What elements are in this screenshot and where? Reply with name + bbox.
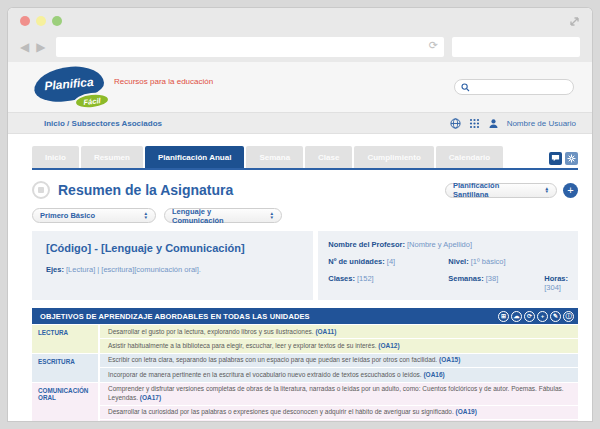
objective-text: Comprender y disfrutar versiones complet… bbox=[108, 385, 564, 400]
units-value: [4] bbox=[387, 257, 395, 266]
apps-grid-icon[interactable] bbox=[469, 118, 480, 129]
grade-select[interactable]: Primero Básico ▲▼ bbox=[32, 208, 156, 223]
objective-row: Escribir con letra clara, separando las … bbox=[100, 354, 578, 367]
comments-button[interactable] bbox=[549, 152, 562, 165]
level-value: [1º básico] bbox=[471, 257, 506, 266]
site-search-input[interactable] bbox=[454, 79, 574, 95]
logo-tagline: Recursos para la educación bbox=[114, 77, 213, 86]
page-title: Resumen de la Asignatura bbox=[58, 182, 233, 198]
objective-text: Desarrollar la curiosidad por las palabr… bbox=[108, 408, 456, 415]
logo[interactable]: Planifica Fácil Recursos para la educaci… bbox=[34, 65, 164, 111]
browser-toolbar: ◀ ▶ ⟳ bbox=[20, 37, 580, 57]
objectives-header-bar: OBJETIVOS DE APRENDIZAJE ABORDABLES EN T… bbox=[32, 308, 578, 324]
ejes-label: Ejes: bbox=[46, 265, 64, 274]
objective-code: (OA19) bbox=[456, 408, 477, 415]
subject-select-value: Lenguaje y Comunicación bbox=[172, 207, 261, 225]
professor-value: [Nombre y Apellido] bbox=[407, 240, 472, 249]
breadcrumb-bar: Inicio / Subsectores Asociados Nombre de… bbox=[8, 112, 592, 134]
user-name[interactable]: Nombre de Usuario bbox=[507, 119, 576, 128]
minimize-icon[interactable] bbox=[36, 16, 46, 26]
ejes-value: [Lectura] | [escritura][comunicación ora… bbox=[66, 265, 201, 274]
fullscreen-icon[interactable] bbox=[569, 16, 580, 27]
tab-calendario[interactable]: Calendario bbox=[436, 146, 503, 168]
objective-text: Incorporar de manera pertinente en la es… bbox=[108, 371, 423, 378]
hours-label: Horas: bbox=[544, 274, 568, 283]
classes-value: [152] bbox=[357, 274, 374, 283]
subject-info-row: [Código] - [Lenguaje y Comunicación] Eje… bbox=[32, 231, 578, 300]
plan-select[interactable]: Planificación Santillana ▲▼ bbox=[445, 183, 557, 198]
objective-row: Incorporar de manera pertinente en sus i… bbox=[100, 420, 578, 421]
tab-resumen[interactable]: Resumen bbox=[81, 146, 143, 168]
reload-icon[interactable]: ⟳ bbox=[429, 40, 438, 51]
objective-code: (OA15) bbox=[439, 356, 460, 363]
subject-summary-panel: [Código] - [Lenguaje y Comunicación] Eje… bbox=[32, 231, 313, 300]
level-label: Nivel: bbox=[448, 257, 468, 266]
objective-row: Incorporar de manera pertinente en la es… bbox=[100, 368, 578, 381]
browser-window: ◀ ▶ ⟳ Planifica Fácil Recursos para la e… bbox=[8, 8, 592, 421]
objective-items: Escribir con letra clara, separando las … bbox=[100, 354, 578, 382]
document-icon bbox=[32, 181, 50, 199]
add-icon[interactable]: + bbox=[537, 311, 548, 322]
tab-clase[interactable]: Clase bbox=[305, 146, 352, 168]
chevron-updown-icon: ▲▼ bbox=[269, 212, 274, 219]
chrome-search-field[interactable] bbox=[452, 37, 580, 57]
tab-inicio[interactable]: Inicio bbox=[32, 146, 79, 168]
tab-cumplimiento[interactable]: Cumplimiento bbox=[354, 146, 433, 168]
forward-icon[interactable]: ▶ bbox=[36, 41, 45, 53]
objective-items: Desarrollar el gusto por la lectura, exp… bbox=[100, 325, 578, 353]
objective-code: (OA12) bbox=[378, 342, 399, 349]
weeks-label: Semanas: bbox=[448, 274, 483, 283]
filter-row: Primero Básico ▲▼ Lenguaje y Comunicació… bbox=[32, 208, 578, 223]
objective-category-label: LECTURA bbox=[32, 325, 98, 353]
objective-row: Comprender y disfrutar versiones complet… bbox=[100, 383, 578, 405]
info-icon[interactable]: ⓘ bbox=[563, 311, 574, 322]
objectives-header: OBJETIVOS DE APRENDIZAJE ABORDABLES EN T… bbox=[40, 312, 310, 321]
objective-group: LECTURADesarrollar el gusto por la lectu… bbox=[32, 325, 578, 353]
grade-select-value: Primero Básico bbox=[40, 211, 95, 220]
objective-category-label: ESCRITURA bbox=[32, 354, 98, 382]
close-icon[interactable] bbox=[20, 16, 30, 26]
objective-code: (OA17) bbox=[140, 394, 161, 401]
objectives-table: LECTURADesarrollar el gusto por la lectu… bbox=[32, 325, 578, 421]
settings-button[interactable] bbox=[565, 152, 578, 165]
page-title-row: Resumen de la Asignatura Planificación S… bbox=[32, 181, 578, 199]
objective-code: (OA11) bbox=[315, 328, 336, 335]
objective-category-label: COMUNICACIÓN ORAL bbox=[32, 383, 98, 421]
zoom-icon[interactable] bbox=[52, 16, 62, 26]
search-icon bbox=[461, 83, 470, 92]
objective-row: Desarrollar la curiosidad por las palabr… bbox=[100, 406, 578, 419]
objective-group: COMUNICACIÓN ORALComprender y disfrutar … bbox=[32, 383, 578, 421]
objective-text: Asistir habitualmente a la biblioteca pa… bbox=[108, 342, 378, 349]
user-icon[interactable] bbox=[488, 118, 499, 129]
objective-text: Desarrollar el gusto por la lectura, exp… bbox=[108, 328, 315, 335]
subject-title: [Código] - [Lenguaje y Comunicación] bbox=[46, 242, 299, 254]
chevron-updown-icon: ▲▼ bbox=[544, 187, 549, 194]
tab-bar: InicioResumenPlanificación AnualSemanaCl… bbox=[32, 146, 578, 170]
objective-text: Escribir con letra clara, separando las … bbox=[108, 356, 439, 363]
globe-icon[interactable] bbox=[450, 118, 461, 129]
tab-semana[interactable]: Semana bbox=[246, 146, 303, 168]
weeks-value: [38] bbox=[486, 274, 499, 283]
tab-planificacion-anual[interactable]: Planificación Anual bbox=[145, 146, 245, 168]
window-controls bbox=[20, 16, 62, 26]
browser-chrome: ◀ ▶ ⟳ bbox=[8, 8, 592, 62]
edit-icon[interactable]: ✎ bbox=[550, 311, 561, 322]
url-bar[interactable]: ⟳ bbox=[56, 37, 444, 57]
professor-label: Nombre del Profesor: bbox=[328, 240, 405, 249]
units-label: Nº de unidades: bbox=[328, 257, 385, 266]
plan-select-value: Planificación Santillana bbox=[453, 181, 536, 199]
sync-icon[interactable]: ⟳ bbox=[524, 311, 535, 322]
subject-select[interactable]: Lenguaje y Comunicación ▲▼ bbox=[164, 208, 282, 223]
objective-code: (OA16) bbox=[423, 371, 444, 378]
add-plan-button[interactable]: + bbox=[563, 183, 578, 198]
hours-value: [304] bbox=[544, 283, 561, 292]
cloud-icon[interactable]: ☁ bbox=[511, 311, 522, 322]
chevron-updown-icon: ▲▼ bbox=[143, 212, 148, 219]
objective-row: Desarrollar el gusto por la lectura, exp… bbox=[100, 325, 578, 338]
site-header: Planifica Fácil Recursos para la educaci… bbox=[8, 62, 592, 112]
classes-label: Clases: bbox=[328, 274, 355, 283]
grid-icon[interactable]: ⊞ bbox=[498, 311, 509, 322]
objective-group: ESCRITURAEscribir con letra clara, separ… bbox=[32, 354, 578, 382]
back-icon[interactable]: ◀ bbox=[20, 41, 29, 53]
breadcrumb[interactable]: Inicio / Subsectores Asociados bbox=[44, 119, 162, 128]
